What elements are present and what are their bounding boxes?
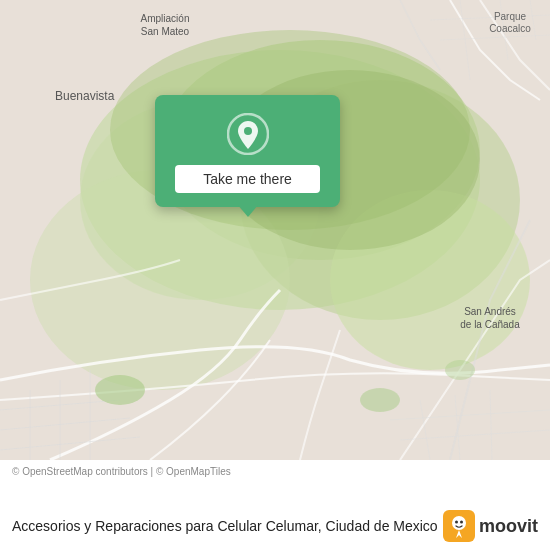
svg-point-10 — [360, 388, 400, 412]
svg-point-24 — [460, 521, 463, 524]
svg-text:San Andrés: San Andrés — [464, 306, 516, 317]
svg-point-9 — [95, 375, 145, 405]
moovit-logo: moovit — [443, 510, 538, 542]
svg-text:Buenavista: Buenavista — [55, 89, 115, 103]
svg-point-23 — [455, 521, 458, 524]
take-me-there-button[interactable]: Take me there — [175, 165, 320, 193]
location-popup[interactable]: Take me there — [155, 95, 340, 207]
moovit-icon — [443, 510, 475, 542]
svg-text:Coacalco: Coacalco — [489, 23, 531, 34]
copyright-text: © OpenStreetMap contributors | © OpenMap… — [12, 466, 538, 477]
location-icon — [227, 113, 269, 155]
map-background: Buenavista Ampliación San Mateo San Andr… — [0, 0, 550, 460]
svg-text:de la Cañada: de la Cañada — [460, 319, 520, 330]
footer-bottom: Accesorios y Reparaciones para Celular C… — [12, 510, 538, 542]
moovit-text: moovit — [479, 516, 538, 537]
svg-point-11 — [445, 360, 475, 380]
svg-text:Parque: Parque — [494, 11, 527, 22]
svg-point-22 — [452, 516, 466, 530]
svg-point-20 — [244, 127, 252, 135]
map-container: Buenavista Ampliación San Mateo San Andr… — [0, 0, 550, 460]
place-name: Accesorios y Reparaciones para Celular C… — [12, 517, 443, 535]
svg-text:San Mateo: San Mateo — [141, 26, 190, 37]
footer-bar: © OpenStreetMap contributors | © OpenMap… — [0, 460, 550, 550]
svg-text:Ampliación: Ampliación — [141, 13, 190, 24]
